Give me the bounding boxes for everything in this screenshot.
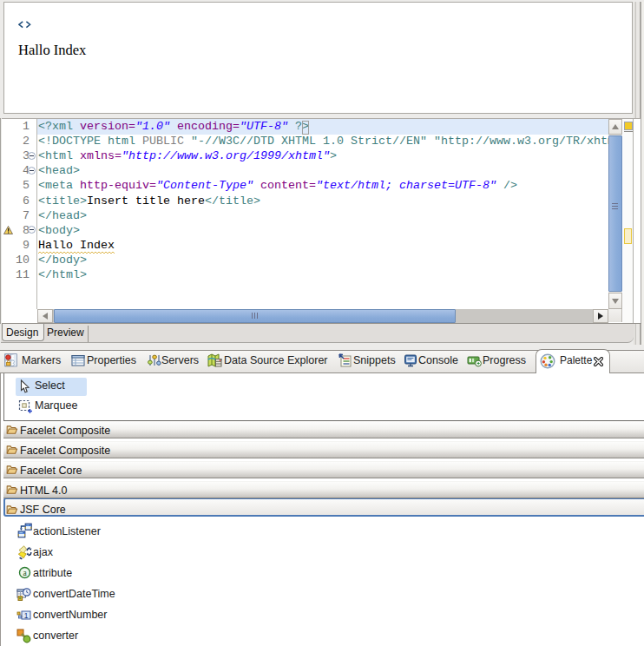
svg-text:1: 1 <box>24 611 29 620</box>
